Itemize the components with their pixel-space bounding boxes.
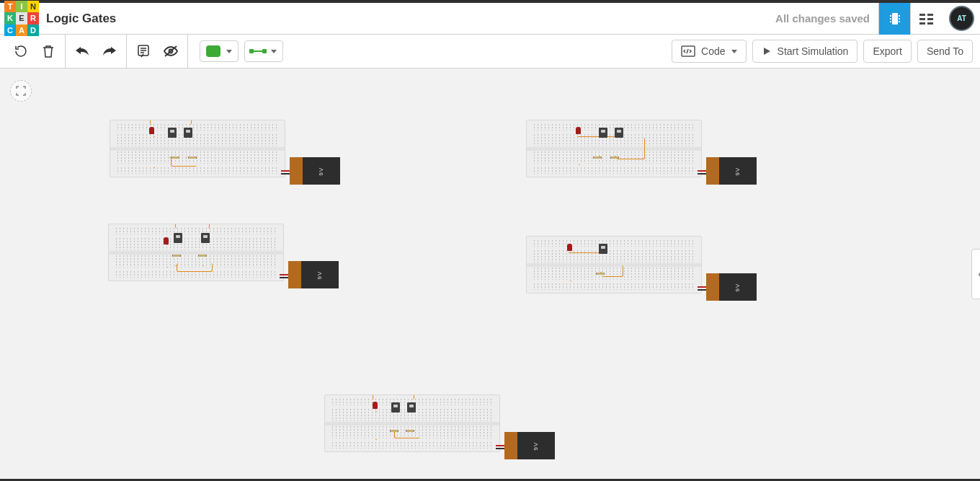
send-to-button[interactable]: Send To (917, 40, 973, 63)
wire[interactable] (602, 265, 623, 277)
delete-icon[interactable] (37, 40, 59, 62)
svg-rect-11 (919, 22, 925, 25)
breadboard[interactable] (526, 236, 702, 294)
logo-cell: R (27, 12, 39, 25)
wire[interactable] (570, 252, 571, 281)
undo-icon[interactable] (71, 40, 93, 62)
app-header: TINKERCAD Logic Gates All changes saved … (0, 3, 980, 35)
pushbutton[interactable] (599, 244, 607, 254)
view-breadboard-tab[interactable] (878, 3, 910, 35)
color-swatch-icon (206, 45, 220, 57)
svg-rect-4 (899, 15, 900, 17)
wire[interactable] (169, 136, 171, 158)
svg-rect-8 (927, 14, 933, 16)
circuit-unit[interactable]: 9V (526, 120, 764, 185)
resistor[interactable] (171, 156, 179, 159)
breadboard[interactable] (108, 224, 284, 281)
battery-9v[interactable]: 9V (504, 432, 555, 459)
led[interactable] (373, 402, 378, 409)
redo-icon[interactable] (99, 40, 120, 62)
wire[interactable] (393, 411, 394, 431)
wire[interactable] (579, 136, 580, 165)
led[interactable] (567, 244, 572, 251)
breadboard[interactable] (324, 394, 500, 452)
resistor[interactable] (188, 156, 197, 159)
circuit-unit[interactable]: 9V (526, 236, 764, 301)
resistor[interactable] (406, 430, 414, 432)
design-canvas[interactable]: ‹ 9V9V9V9V9V (0, 69, 980, 481)
wire[interactable] (175, 224, 210, 229)
svg-rect-3 (890, 21, 891, 22)
view-schematic-tab[interactable] (910, 3, 942, 35)
export-label: Export (873, 45, 901, 57)
chevron-down-icon (226, 50, 232, 53)
pushbutton[interactable] (201, 233, 210, 243)
battery-9v[interactable]: 9V (706, 157, 757, 185)
logo-cell: K (4, 12, 16, 25)
led[interactable] (149, 127, 154, 134)
wire[interactable] (202, 242, 204, 266)
wire[interactable] (569, 252, 603, 254)
user-avatar[interactable]: AT (949, 6, 974, 31)
wire[interactable] (166, 244, 168, 268)
circuit-unit[interactable]: 9V (108, 224, 346, 288)
svg-rect-10 (927, 18, 933, 20)
logo-cell: E (16, 12, 27, 25)
chevron-down-icon (731, 50, 737, 53)
battery-9v[interactable]: 9V (288, 261, 339, 288)
wire[interactable] (153, 136, 155, 168)
resistor[interactable] (596, 273, 605, 275)
code-button[interactable]: Code (672, 40, 746, 63)
circuit-unit[interactable]: 9V (324, 394, 562, 459)
battery-9v[interactable]: 9V (706, 273, 757, 301)
notes-icon[interactable] (133, 40, 154, 62)
components-drawer-handle[interactable]: ‹ (971, 249, 980, 299)
battery-9v[interactable]: 9V (290, 157, 340, 185)
logo-cell: T (4, 1, 16, 13)
svg-rect-9 (919, 18, 925, 20)
project-title[interactable]: Logic Gates (46, 12, 116, 26)
resistor[interactable] (610, 156, 619, 159)
zoom-to-fit-button[interactable] (10, 80, 32, 102)
pushbutton[interactable] (599, 128, 607, 138)
wire-style-picker[interactable] (244, 40, 283, 62)
wire[interactable] (185, 136, 187, 158)
svg-rect-2 (890, 18, 891, 19)
start-simulation-label: Start Simulation (778, 45, 849, 57)
chevron-down-icon (271, 50, 277, 53)
rotate-icon[interactable] (10, 40, 32, 62)
svg-rect-5 (899, 18, 900, 19)
breadboard[interactable] (526, 120, 702, 177)
wire[interactable] (616, 138, 645, 159)
resistor[interactable] (593, 156, 602, 159)
pushbutton[interactable] (615, 128, 623, 138)
wire[interactable] (375, 411, 377, 440)
logo-cell: N (27, 1, 39, 13)
wire[interactable] (373, 394, 414, 400)
wire[interactable] (599, 136, 600, 156)
wire[interactable] (177, 263, 213, 272)
wire-style-icon (251, 50, 265, 52)
wire-color-picker[interactable] (200, 40, 239, 62)
circuit-unit[interactable]: 9V (110, 120, 347, 185)
toolbar: Code Start Simulation Export Send To (0, 35, 980, 69)
led[interactable] (576, 127, 581, 134)
wire[interactable] (409, 411, 410, 431)
led[interactable] (164, 237, 169, 244)
start-simulation-button[interactable]: Start Simulation (752, 40, 858, 63)
wire[interactable] (175, 242, 177, 266)
pushbutton[interactable] (174, 233, 182, 243)
logo[interactable]: TINKERCAD (4, 1, 39, 37)
pushbutton[interactable] (391, 402, 400, 412)
resistor[interactable] (198, 255, 207, 257)
pushbutton[interactable] (168, 128, 177, 138)
pushbutton[interactable] (184, 128, 192, 138)
resistor[interactable] (390, 430, 398, 432)
visibility-icon[interactable] (160, 40, 182, 62)
pushbutton[interactable] (407, 402, 416, 412)
svg-rect-6 (899, 21, 900, 22)
export-button[interactable]: Export (863, 40, 911, 63)
wire[interactable] (150, 120, 192, 125)
resistor[interactable] (172, 255, 181, 257)
breadboard[interactable] (110, 120, 285, 177)
